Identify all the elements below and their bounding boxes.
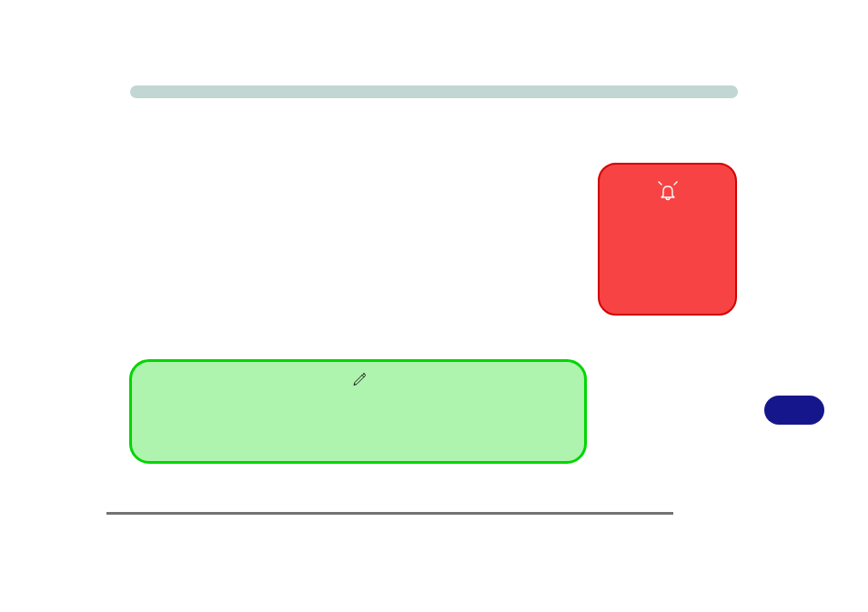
green-card[interactable] (129, 359, 587, 464)
top-bar (130, 85, 738, 98)
blue-pill-button[interactable] (764, 396, 824, 425)
pen-icon (353, 373, 366, 386)
red-card[interactable] (598, 163, 737, 316)
bell-ringing-icon (656, 181, 680, 201)
divider-line (106, 512, 673, 515)
